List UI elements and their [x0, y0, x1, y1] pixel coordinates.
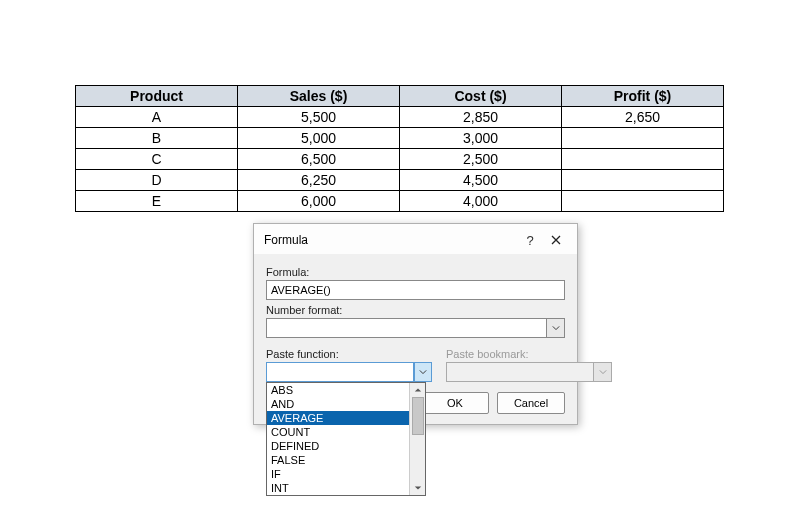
cell-product: E	[76, 191, 238, 212]
col-sales: Sales ($)	[238, 86, 400, 107]
scroll-thumb[interactable]	[412, 397, 424, 435]
table-row: B 5,000 3,000	[76, 128, 724, 149]
col-cost: Cost ($)	[400, 86, 562, 107]
cell-sales: 5,500	[238, 107, 400, 128]
cell-sales: 6,000	[238, 191, 400, 212]
chevron-down-icon	[552, 325, 560, 331]
cancel-button[interactable]: Cancel	[497, 392, 565, 414]
cell-cost: 3,000	[400, 128, 562, 149]
table-header-row: Product Sales ($) Cost ($) Profit ($)	[76, 86, 724, 107]
cell-sales: 5,000	[238, 128, 400, 149]
col-product: Product	[76, 86, 238, 107]
paste-bookmark-dropdown-button	[594, 362, 612, 382]
dropdown-item[interactable]: AND	[267, 397, 409, 411]
cell-product: D	[76, 170, 238, 191]
ok-button[interactable]: OK	[421, 392, 489, 414]
close-icon	[551, 235, 561, 245]
cell-product: B	[76, 128, 238, 149]
cell-sales: 6,250	[238, 170, 400, 191]
table-row: A 5,500 2,850 2,650	[76, 107, 724, 128]
chevron-down-icon	[419, 369, 427, 375]
col-profit: Profit ($)	[562, 86, 724, 107]
cell-cost: 2,850	[400, 107, 562, 128]
scroll-down-button[interactable]	[410, 481, 425, 495]
close-button[interactable]	[543, 230, 569, 250]
dropdown-item[interactable]: INT	[267, 481, 409, 495]
dialog-title: Formula	[264, 233, 517, 247]
dropdown-item[interactable]: AVERAGE	[267, 411, 409, 425]
dropdown-item[interactable]: FALSE	[267, 453, 409, 467]
formula-dialog: Formula ? Formula: Number format: Paste …	[253, 223, 578, 425]
paste-bookmark-combo	[446, 362, 612, 382]
paste-function-dropdown-button[interactable]	[414, 362, 432, 382]
paste-function-combo[interactable]	[266, 362, 432, 382]
cell-product: C	[76, 149, 238, 170]
product-table: Product Sales ($) Cost ($) Profit ($) A …	[75, 85, 724, 212]
dropdown-scrollbar[interactable]	[409, 383, 425, 495]
cell-profit	[562, 128, 724, 149]
paste-function-label: Paste function:	[266, 348, 432, 360]
scroll-track[interactable]	[410, 397, 425, 481]
paste-bookmark-input	[446, 362, 594, 382]
help-button[interactable]: ?	[517, 230, 543, 250]
scroll-up-button[interactable]	[410, 383, 425, 397]
dropdown-item[interactable]: IF	[267, 467, 409, 481]
table-row: E 6,000 4,000	[76, 191, 724, 212]
paste-bookmark-label: Paste bookmark:	[446, 348, 612, 360]
cell-cost: 4,500	[400, 170, 562, 191]
cell-sales: 6,500	[238, 149, 400, 170]
number-format-dropdown-button[interactable]	[547, 318, 565, 338]
cell-cost: 2,500	[400, 149, 562, 170]
number-format-combo[interactable]	[266, 318, 565, 338]
dropdown-item[interactable]: ABS	[267, 383, 409, 397]
svg-marker-1	[414, 486, 420, 489]
cell-profit	[562, 149, 724, 170]
dropdown-item[interactable]: DEFINED	[267, 439, 409, 453]
cell-profit: 2,650	[562, 107, 724, 128]
cell-profit	[562, 170, 724, 191]
chevron-up-icon	[414, 387, 422, 393]
svg-marker-0	[414, 388, 420, 391]
cell-product: A	[76, 107, 238, 128]
number-format-label: Number format:	[266, 304, 565, 316]
table-row: C 6,500 2,500	[76, 149, 724, 170]
chevron-down-icon	[414, 485, 422, 491]
formula-label: Formula:	[266, 266, 565, 278]
formula-input[interactable]	[266, 280, 565, 300]
chevron-down-icon	[599, 369, 607, 375]
paste-function-input[interactable]	[266, 362, 414, 382]
dialog-titlebar[interactable]: Formula ?	[254, 224, 577, 254]
number-format-input[interactable]	[266, 318, 547, 338]
cell-profit	[562, 191, 724, 212]
paste-function-dropdown: ABSANDAVERAGECOUNTDEFINEDFALSEIFINT	[266, 382, 426, 496]
cell-cost: 4,000	[400, 191, 562, 212]
table-row: D 6,250 4,500	[76, 170, 724, 191]
dropdown-item[interactable]: COUNT	[267, 425, 409, 439]
